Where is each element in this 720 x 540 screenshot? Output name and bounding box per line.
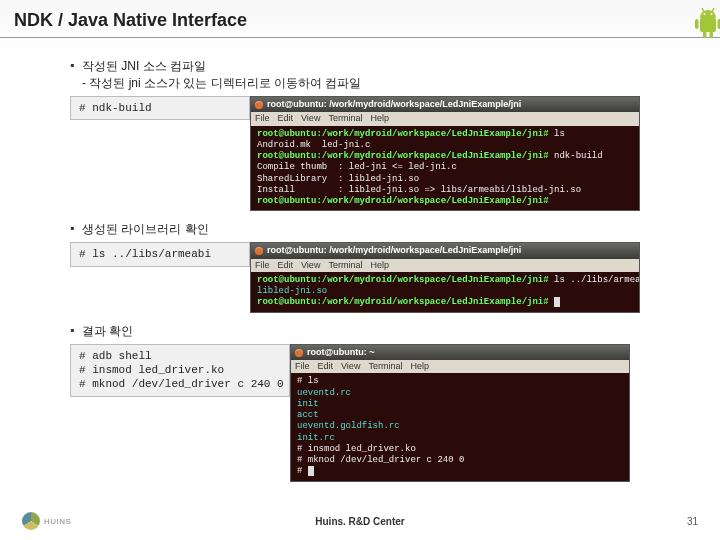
title-text: NDK / Java Native Interface: [14, 10, 247, 30]
close-icon: [295, 349, 303, 357]
bullet-compile: 작성된 JNI 소스 컴파일 - 작성된 jni 소스가 있는 디렉터리로 이동…: [70, 58, 660, 92]
row-result: # adb shell # insmod led_driver.ko # mkn…: [70, 344, 660, 482]
logo-text: HUINS: [44, 517, 71, 526]
close-icon: [255, 101, 263, 109]
slide: NDK / Java Native Interface 작성된 JNI 소스 컴…: [0, 0, 720, 540]
svg-line-5: [702, 8, 704, 12]
bullet-result: 결과 확인: [70, 323, 660, 340]
terminal-body: root@ubuntu:/work/mydroid/workspace/LedJ…: [251, 272, 639, 312]
svg-point-7: [704, 13, 706, 15]
terminal-menu: FileEditViewTerminalHelp: [251, 259, 639, 272]
terminal-body: # ls ueventd.rc init acct ueventd.goldfi…: [291, 373, 629, 481]
terminal-titlebar: root@ubuntu: /work/mydroid/workspace/Led…: [251, 243, 639, 258]
terminal-verify-lib: root@ubuntu: /work/mydroid/workspace/Led…: [250, 242, 640, 313]
cmdbox-adb: # adb shell # insmod led_driver.ko # mkn…: [70, 344, 290, 397]
footer: HUINS Huins. R&D Center 31: [0, 512, 720, 530]
svg-rect-4: [710, 31, 714, 38]
terminal-titlebar: root@ubuntu: ~: [291, 345, 629, 360]
svg-rect-3: [703, 31, 707, 38]
page-number: 31: [687, 516, 698, 527]
terminal-compile: root@ubuntu: /work/mydroid/workspace/Led…: [250, 96, 640, 211]
terminal-menu: FileEditViewTerminalHelp: [251, 112, 639, 125]
cmdbox-ndkbuild: # ndk-build: [70, 96, 250, 120]
svg-point-8: [711, 13, 713, 15]
svg-line-6: [712, 8, 714, 12]
row-compile: # ndk-build root@ubuntu: /work/mydroid/w…: [70, 96, 660, 211]
cmdbox-ls: # ls ../libs/armeabi: [70, 242, 250, 266]
svg-rect-0: [700, 18, 716, 32]
terminal-body: root@ubuntu:/work/mydroid/workspace/LedJ…: [251, 126, 639, 211]
footer-center: Huins. R&D Center: [315, 516, 404, 527]
terminal-menu: FileEditViewTerminalHelp: [291, 360, 629, 373]
page-title: NDK / Java Native Interface: [0, 0, 720, 38]
logo-icon: [22, 512, 40, 530]
svg-rect-1: [695, 19, 699, 29]
close-icon: [255, 247, 263, 255]
row-verify-lib: # ls ../libs/armeabi root@ubuntu: /work/…: [70, 242, 660, 313]
terminal-result: root@ubuntu: ~ FileEditViewTerminalHelp …: [290, 344, 630, 482]
content: 작성된 JNI 소스 컴파일 - 작성된 jni 소스가 있는 디렉터리로 이동…: [0, 38, 720, 482]
terminal-titlebar: root@ubuntu: /work/mydroid/workspace/Led…: [251, 97, 639, 112]
android-icon: [688, 6, 720, 42]
bullet-verify-lib: 생성된 라이브러리 확인: [70, 221, 660, 238]
logo: HUINS: [22, 512, 71, 530]
